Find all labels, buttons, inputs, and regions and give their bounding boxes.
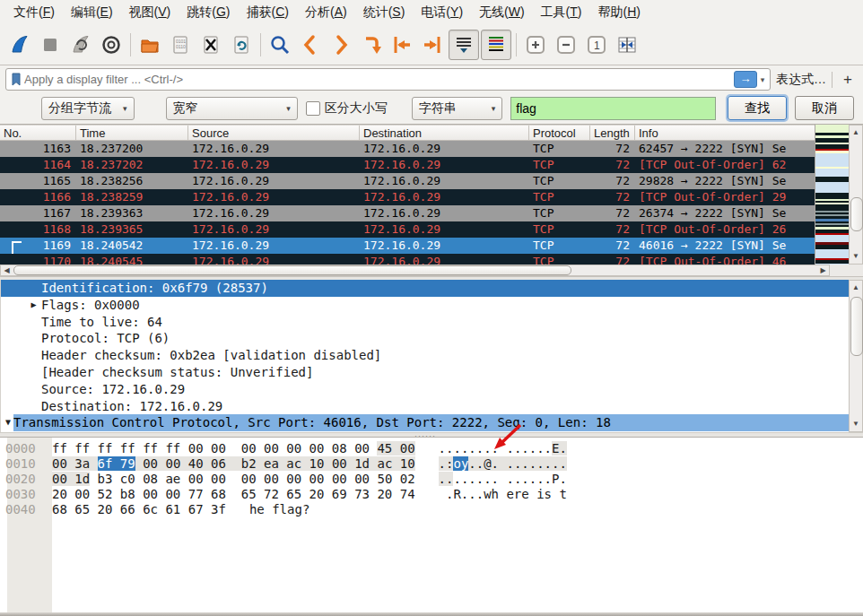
go-to-packet-button[interactable] xyxy=(357,30,386,59)
scroll-up-icon[interactable]: ▲ xyxy=(850,282,862,294)
packet-row-1169[interactable]: 116918.240542172.16.0.29172.16.0.29TCP72… xyxy=(0,238,815,254)
scrollbar-thumb[interactable] xyxy=(13,265,571,275)
display-filter-field[interactable]: → ▾ xyxy=(5,68,771,91)
zoom-in-button[interactable] xyxy=(521,30,550,59)
checkbox-icon[interactable] xyxy=(306,101,320,116)
expanded-arrow-icon[interactable]: ▼ xyxy=(3,414,13,431)
auto-scroll-button[interactable] xyxy=(449,30,479,60)
column-header-protocol[interactable]: Protocol xyxy=(529,126,590,140)
capture-options-button[interactable] xyxy=(97,30,126,59)
hex-row-0040[interactable]: 004068 65 20 66 6c 61 67 3fhe flag? xyxy=(0,502,863,517)
scroll-left-icon[interactable]: ◀ xyxy=(1,265,13,276)
column-header-destination[interactable]: Destination xyxy=(360,126,529,140)
packet-row-1167[interactable]: 116718.239363172.16.0.29172.16.0.29TCP72… xyxy=(0,205,815,221)
menu-statistics[interactable]: 统计(S) xyxy=(355,1,414,24)
hex-row-0000[interactable]: 0000ff ff ff ff ff ff 00 00 00 00 00 00 … xyxy=(0,441,863,456)
zoom-out-button[interactable] xyxy=(552,30,580,59)
detail-line[interactable]: Identification: 0x6f79 (28537) xyxy=(1,280,849,297)
scrollbar-thumb[interactable] xyxy=(850,297,863,356)
menu-edit[interactable]: 编辑(E) xyxy=(63,1,121,24)
detail-line[interactable]: Destination: 172.16.0.29 xyxy=(1,398,849,415)
scroll-right-icon[interactable]: ▶ xyxy=(817,265,829,276)
scroll-down-icon[interactable]: ▼ xyxy=(850,418,862,430)
packet-bytes-pane[interactable]: 0000ff ff ff ff ff ff 00 00 00 00 00 00 … xyxy=(0,437,863,612)
menu-view[interactable]: 视图(V) xyxy=(121,1,179,24)
hex-row-0020[interactable]: 002000 1d b3 c0 08 ae 00 00 00 00 00 00 … xyxy=(0,472,863,487)
detail-line[interactable]: Protocol: TCP (6) xyxy=(1,330,849,347)
collapsed-arrow-icon[interactable]: ▶ xyxy=(26,297,41,314)
column-header-time[interactable]: Time xyxy=(76,126,188,140)
search-type-dropdown[interactable]: 字符串 ▾ xyxy=(412,97,503,120)
go-forward-button[interactable] xyxy=(327,30,355,59)
save-file-button[interactable]: 01010110 xyxy=(166,30,195,59)
apply-filter-button[interactable]: → xyxy=(734,71,757,88)
packet-row-1168[interactable]: 116818.239365172.16.0.29172.16.0.29TCP72… xyxy=(0,221,815,238)
go-first-button[interactable] xyxy=(388,30,416,59)
detail-line[interactable]: ▶Flags: 0x0000 xyxy=(1,297,849,314)
colorize-button[interactable] xyxy=(481,30,511,60)
restart-capture-button[interactable] xyxy=(66,30,95,59)
detail-line[interactable]: Header checksum: 0xb2ea [validation disa… xyxy=(1,347,849,364)
packet-list-vscrollbar[interactable]: ▲ ▼ xyxy=(849,125,863,265)
go-first-icon xyxy=(390,33,414,56)
detail-line[interactable]: Source: 172.16.0.29 xyxy=(1,381,849,398)
add-filter-button[interactable]: + xyxy=(838,71,858,89)
detail-line[interactable]: Time to live: 64 xyxy=(1,314,849,331)
display-filter-input[interactable] xyxy=(22,72,734,87)
find-button[interactable]: 查找 xyxy=(728,96,787,120)
packet-list-header[interactable]: No.TimeSourceDestinationProtocolLengthIn… xyxy=(0,125,815,141)
menu-analyze[interactable]: 分析(A) xyxy=(297,1,355,24)
charset-dropdown[interactable]: 宽窄 ▾ xyxy=(166,97,298,120)
packet-row-1170[interactable]: 117018.240545172.16.0.29172.16.0.29TCP72… xyxy=(0,254,815,265)
menu-go[interactable]: 跳转(G) xyxy=(179,1,238,24)
hex-row-0010[interactable]: 001000 3a 6f 79 00 00 40 06 b2 ea ac 10 … xyxy=(0,456,863,472)
search-input[interactable] xyxy=(510,97,716,120)
start-capture-button[interactable] xyxy=(5,30,34,59)
packet-row-1165[interactable]: 116518.238256172.16.0.29172.16.0.29TCP72… xyxy=(0,173,815,189)
packet-row-1163[interactable]: 116318.237200172.16.0.29172.16.0.29TCP72… xyxy=(0,141,815,157)
cancel-button[interactable]: 取消 xyxy=(795,96,854,120)
zoom-original-button[interactable]: 1 xyxy=(582,30,611,59)
packet-list-minimap[interactable] xyxy=(815,125,849,265)
expression-button[interactable]: 表达式… xyxy=(776,72,826,88)
search-scope-dropdown[interactable]: 分组字节流 ▾ xyxy=(41,97,135,120)
hex-row-0030[interactable]: 003020 00 52 b8 00 00 77 68 65 72 65 20 … xyxy=(0,487,863,502)
menu-file[interactable]: 文件(F) xyxy=(5,1,63,24)
bookmark-icon[interactable] xyxy=(10,73,22,87)
svg-text:0110: 0110 xyxy=(176,44,186,49)
packet-details-pane[interactable]: Identification: 0x6f79 (28537)▶Flags: 0x… xyxy=(0,280,849,432)
details-vscrollbar[interactable]: ▲ ▼ xyxy=(849,280,863,432)
toolbar-separator xyxy=(130,33,131,56)
menu-wireless[interactable]: 无线(W) xyxy=(471,1,533,24)
go-last-button[interactable] xyxy=(418,30,447,59)
column-header-source[interactable]: Source xyxy=(188,126,360,140)
resize-columns-button[interactable] xyxy=(613,30,641,59)
column-header-no[interactable]: No. xyxy=(0,126,76,140)
menu-tools[interactable]: 工具(T) xyxy=(533,1,590,24)
detail-line[interactable]: [Header checksum status: Unverified] xyxy=(1,364,849,381)
hex-offset: 0010 xyxy=(0,456,45,472)
filter-history-caret-icon[interactable]: ▾ xyxy=(757,75,768,84)
packet-row-1166[interactable]: 116618.238259172.16.0.29172.16.0.29TCP72… xyxy=(0,189,815,205)
toolbar-separator xyxy=(260,33,261,56)
stop-capture-button[interactable] xyxy=(36,30,65,59)
menu-help[interactable]: 帮助(H) xyxy=(590,1,649,24)
packet-row-1164[interactable]: 116418.237202172.16.0.29172.16.0.29TCP72… xyxy=(0,157,815,173)
scroll-down-icon[interactable]: ▼ xyxy=(850,250,862,263)
close-file-button[interactable] xyxy=(196,30,225,59)
packet-list[interactable]: 116318.237200172.16.0.29172.16.0.29TCP72… xyxy=(0,141,815,265)
capture-options-icon xyxy=(100,33,123,56)
menu-telephony[interactable]: 电话(Y) xyxy=(413,1,471,24)
detail-line[interactable]: ▼Transmission Control Protocol, Src Port… xyxy=(1,414,849,431)
column-header-info[interactable]: Info xyxy=(635,126,815,140)
go-back-button[interactable] xyxy=(296,30,325,59)
scrollbar-thumb[interactable] xyxy=(850,197,863,231)
column-header-length[interactable]: Length xyxy=(590,126,635,140)
case-sensitive-checkbox[interactable]: 区分大小写 xyxy=(306,100,388,117)
menu-capture[interactable]: 捕获(C) xyxy=(239,1,297,24)
open-file-button[interactable] xyxy=(135,30,164,59)
reload-file-button[interactable] xyxy=(227,30,256,59)
find-packet-button[interactable] xyxy=(266,30,294,59)
go-forward-icon xyxy=(329,33,353,56)
scroll-up-icon[interactable]: ▲ xyxy=(850,126,862,139)
